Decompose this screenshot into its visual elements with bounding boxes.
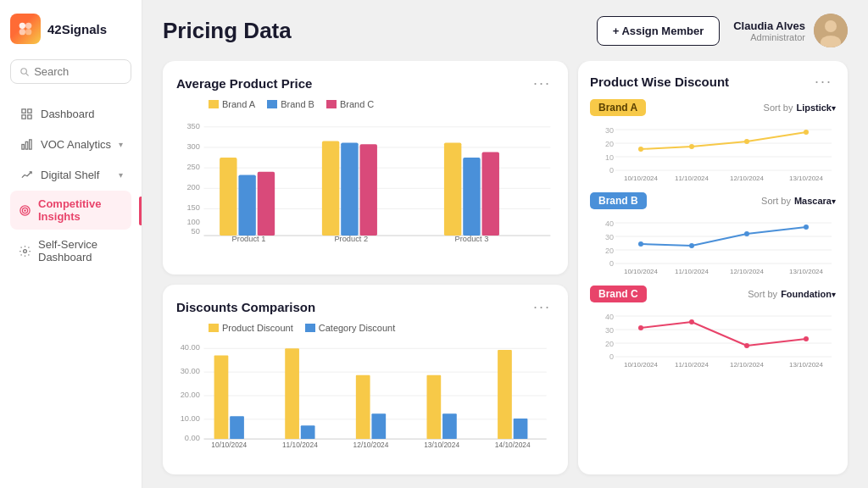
svg-rect-12: [29, 139, 31, 148]
svg-text:12/10/2024: 12/10/2024: [730, 175, 765, 182]
svg-text:200: 200: [186, 183, 200, 191]
legend-color-brand-b: [267, 100, 277, 108]
svg-text:13/10/2024: 13/10/2024: [789, 268, 824, 275]
brand-b-sort-label: Sort by: [761, 196, 791, 206]
svg-point-113: [804, 336, 809, 341]
brand-c-section: Brand C Sort by Foundation ▾ 40 30 20 0: [590, 286, 836, 372]
svg-rect-39: [359, 144, 376, 236]
discounts-more-button[interactable]: ···: [530, 298, 554, 316]
brand-a-section: Brand A Sort by Lipstick ▾ 30 20 10 0: [590, 99, 836, 186]
svg-point-112: [744, 343, 749, 348]
avg-price-card-header: Average Product Price ···: [176, 75, 554, 92]
header: Pricing Data + Assign Member Claudia Alv…: [142, 0, 868, 61]
legend-label-product-discount: Product Discount: [222, 323, 293, 333]
nav-item-digital-shelf[interactable]: Digital Shelf ▾: [10, 160, 131, 191]
svg-point-80: [744, 139, 749, 144]
discounts-card-header: Discounts Comparison ···: [176, 298, 554, 316]
avg-price-more-button[interactable]: ···: [530, 75, 554, 92]
search-icon: [19, 66, 29, 77]
discounts-card: Discounts Comparison ··· Product Discoun…: [163, 285, 568, 474]
chevron-down-icon-3: ▾: [832, 103, 836, 113]
app-name: 42Signals: [47, 22, 107, 36]
legend-color-brand-c: [326, 100, 337, 108]
legend-product-discount: Product Discount: [209, 323, 293, 333]
svg-point-97: [804, 225, 809, 230]
svg-rect-37: [322, 141, 339, 236]
svg-text:14/10/2024: 14/10/2024: [495, 441, 531, 450]
svg-text:20: 20: [605, 140, 614, 148]
nav-label-voc: VOC Analytics: [41, 138, 111, 151]
active-indicator: [139, 197, 142, 225]
brand-c-sort-value: Foundation: [781, 289, 832, 299]
user-name: Claudia Alves: [733, 19, 805, 32]
svg-text:12/10/2024: 12/10/2024: [730, 268, 765, 275]
svg-point-110: [638, 325, 643, 330]
nav-item-dashboard[interactable]: Dashboard: [10, 99, 131, 130]
svg-text:10.00: 10.00: [181, 414, 200, 423]
svg-point-95: [689, 243, 694, 248]
svg-rect-62: [371, 414, 386, 440]
nav-label-self-service: Self-Service Dashboard: [38, 238, 123, 263]
brand-a-sort-label: Sort by: [764, 103, 793, 113]
svg-point-96: [744, 231, 749, 236]
svg-rect-67: [498, 350, 512, 439]
svg-text:30.00: 30.00: [181, 367, 200, 375]
svg-point-15: [25, 209, 25, 210]
svg-rect-6: [21, 108, 25, 112]
brand-b-section: Brand B Sort by Mascara ▾ 40 30 20 0: [590, 192, 836, 279]
svg-point-1: [25, 23, 31, 29]
svg-text:12/10/2024: 12/10/2024: [730, 361, 765, 369]
svg-text:10/10/2024: 10/10/2024: [624, 175, 659, 182]
svg-text:12/10/2024: 12/10/2024: [353, 441, 389, 450]
svg-text:13/10/2024: 13/10/2024: [424, 441, 459, 450]
brand-a-sort-value: Lipstick: [796, 103, 832, 113]
search-input[interactable]: [34, 65, 122, 78]
brand-c-badge: Brand C: [590, 286, 647, 302]
product-wise-more-button[interactable]: ···: [811, 73, 836, 91]
svg-rect-34: [238, 175, 255, 236]
grid-icon: [19, 106, 34, 121]
legend-label-category-discount: Category Discount: [319, 323, 396, 333]
svg-rect-58: [285, 349, 299, 440]
nav-label-digital-shelf: Digital Shelf: [41, 169, 99, 181]
svg-text:20: 20: [605, 247, 614, 255]
brand-b-badge: Brand B: [590, 192, 647, 209]
trend-icon: [19, 167, 34, 182]
chevron-down-icon: ▾: [119, 140, 123, 149]
svg-text:30: 30: [605, 233, 614, 241]
svg-text:11/10/2024: 11/10/2024: [675, 175, 709, 182]
legend-color-product-discount: [209, 324, 219, 332]
avg-price-card: Average Product Price ··· Brand A Brand …: [163, 61, 568, 274]
svg-text:0: 0: [609, 166, 614, 175]
chevron-down-icon-2: ▾: [119, 170, 123, 180]
search-box[interactable]: [10, 59, 131, 84]
assign-member-button[interactable]: + Assign Member: [597, 16, 721, 46]
svg-text:40: 40: [605, 219, 614, 228]
svg-text:11/10/2024: 11/10/2024: [675, 361, 709, 369]
main-content: Pricing Data + Assign Member Claudia Alv…: [142, 0, 868, 488]
svg-text:40.00: 40.00: [181, 343, 200, 352]
logo-icon: [10, 14, 41, 44]
brand-c-chart: 40 30 20 0 10/10/2024 11/10/2024: [590, 308, 836, 369]
legend-label-brand-b: Brand B: [281, 99, 314, 109]
assign-member-label: + Assign Member: [613, 25, 704, 37]
svg-text:10/10/2024: 10/10/2024: [624, 361, 659, 369]
svg-text:300: 300: [186, 142, 200, 151]
chevron-down-icon-5: ▾: [832, 290, 836, 299]
brand-b-sort-value: Mascara: [794, 196, 832, 206]
brand-a-chart: 30 20 10 0 10/10/2024 1: [590, 121, 836, 182]
nav-item-voc[interactable]: VOC Analytics ▾: [10, 130, 131, 160]
settings-icon: [19, 243, 31, 258]
svg-text:30: 30: [605, 126, 614, 135]
nav-label-competitive-insights: Competitive Insights: [38, 197, 123, 223]
nav-item-self-service[interactable]: Self-Service Dashboard: [10, 231, 131, 272]
svg-text:50: 50: [192, 227, 200, 236]
svg-text:100: 100: [186, 218, 200, 226]
svg-text:Product 2: Product 2: [334, 235, 368, 243]
svg-point-78: [638, 147, 643, 152]
svg-rect-61: [356, 375, 370, 439]
sidebar: 42Signals Dashboard VOC Analytics ▾: [0, 0, 142, 488]
nav-item-competitive-insights[interactable]: Competitive Insights: [10, 191, 131, 231]
svg-rect-38: [341, 142, 358, 236]
target-icon: [19, 202, 31, 218]
